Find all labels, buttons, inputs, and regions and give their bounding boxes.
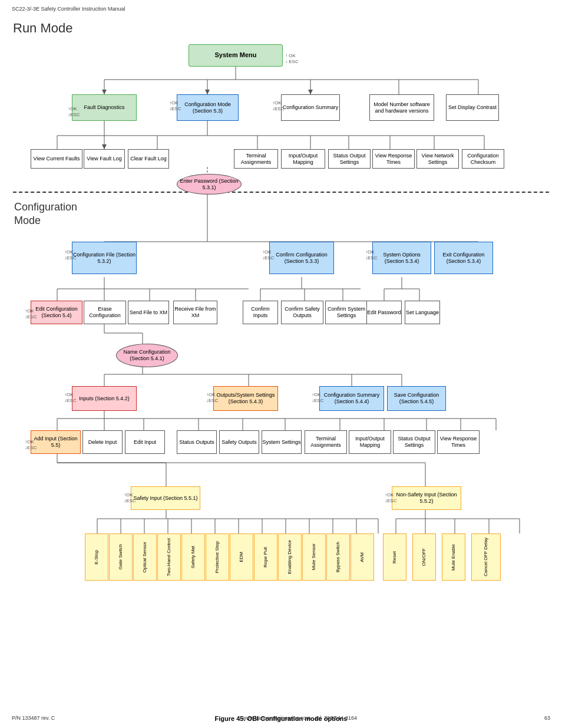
delete-input-box: Delete Input: [82, 430, 123, 454]
system-settings-box: System Settings: [262, 430, 302, 454]
config-mode-label: ConfigurationMode: [14, 200, 77, 228]
set-display-box: Set Display Contrast: [446, 94, 499, 121]
config-summary2-box: Configuration Summary (Section 5.4.4): [319, 386, 384, 411]
set-language-box: Set Language: [405, 301, 440, 324]
view-current-faults-box: View Current Faults: [31, 149, 82, 169]
two-hand-control-box: Two-Hand Control: [157, 533, 181, 581]
non-safety-input-box: Non-Safety Input (Section 5.5.2): [392, 486, 461, 510]
terminal-assign-box: Terminal Assignments: [234, 149, 278, 169]
config-file-box: Configuration File (Section 5.3.2): [72, 242, 137, 274]
confirm-inputs-box: Confirm Inputs: [243, 301, 278, 324]
view-network-box: View Network Settings: [416, 149, 459, 169]
cancel-off-delay-box: Cancel OFF Delay: [471, 533, 501, 581]
ok-esc-3: ↑OK↓ESC: [272, 100, 284, 113]
config-summary-box: Configuration Summary: [281, 94, 340, 121]
svg-marker-94: [308, 90, 313, 94]
footer: P/N 133487 rev. C www.bannerengineering.…: [12, 715, 550, 721]
terminal-assign2-box: Terminal Assignments: [305, 430, 347, 454]
edit-config-box: Edit Configuration (Section 5.4): [31, 301, 82, 324]
ok-esc-9: ↑OK↓ESC: [64, 392, 76, 404]
erase-config-box: Erase Configuration: [84, 301, 126, 324]
edit-input-box: Edit Input: [125, 430, 165, 454]
safety-mat-box: Safety Mat: [181, 533, 205, 581]
inputs-box: Inputs (Section 5.4.2): [72, 386, 137, 411]
config-checksum-box: Configuration Checksum: [462, 149, 504, 169]
mute-enable-box: Mute Enable: [442, 533, 465, 581]
run-mode-label: Run Mode: [13, 21, 73, 36]
ok-esc-13: ↑OK↓ESC: [124, 492, 135, 505]
ok-esc-11: ↑OK↓ESC: [312, 392, 323, 404]
ok-esc-14: ↑OK↓ESC: [385, 492, 396, 505]
status-output-box: Status Output Settings: [328, 149, 371, 169]
ok-esc-label-1: ↑ OK↓ ESC: [285, 53, 299, 65]
e-stop-box: E-Stop: [85, 533, 108, 581]
header-text: SC22-3/-3E Safety Controller Instruction…: [12, 6, 550, 12]
bypass-switch-box: Bypass Switch: [326, 533, 350, 581]
footer-right: 63: [544, 715, 550, 721]
ok-esc-8: ↑OK↓ESC: [25, 308, 37, 321]
view-response2-box: View Response Times: [437, 430, 480, 454]
on-off-box: ON/OFF: [412, 533, 436, 581]
system-menu-box: System Menu: [189, 44, 283, 67]
name-config-oval: Name Configuration (Section 5.4.1): [116, 344, 178, 367]
exit-config-box: Exit Configuration (Section 5.3.4): [434, 242, 493, 274]
ok-esc-7: ↑OK↓ESC: [365, 249, 377, 262]
config-mode-box: Configuration Mode (Section 5.3): [177, 94, 239, 121]
optical-sensor-box: Optical Sensor: [133, 533, 157, 581]
clear-fault-log-box: Clear Fault Log: [128, 149, 169, 169]
ok-esc-4: ↑OK↓ESC: [68, 106, 80, 118]
ok-esc-2: ↑OK↓ESC: [169, 100, 181, 113]
fault-diagnostics-box: Fault Diagnostics: [72, 94, 137, 121]
view-fault-log-box: View Fault Log: [84, 149, 125, 169]
model-number-box: Model Number software and hardware versi…: [369, 94, 434, 121]
confirm-safety-outputs-box: Confirm Safety Outputs: [281, 301, 323, 324]
edit-password-box: Edit Password: [366, 301, 402, 324]
ok-esc-12: ↑OK↓ESC: [25, 439, 37, 452]
ok-esc-10: ↑OK↓ESC: [206, 392, 218, 404]
footer-center: www.bannerengineering.com - tel: 763-544…: [242, 715, 357, 721]
io-mapping-box: Input/Output Mapping: [281, 149, 325, 169]
confirm-system-settings-box: Confirm System Settings: [325, 301, 368, 324]
gate-switch-box: Gate Switch: [109, 533, 133, 581]
edm-box: EDM: [230, 533, 253, 581]
protective-stop-box: Protective Stop: [206, 533, 229, 581]
status-output2-box: Status Output Settings: [393, 430, 435, 454]
safety-outputs-box: Safety Outputs: [219, 430, 259, 454]
rope-pull-box: Rope Pull: [254, 533, 277, 581]
save-config-box: Save Configuration (Section 5.4.5): [387, 386, 446, 411]
enabling-device-box: Enabling Device: [278, 533, 302, 581]
enter-password-oval: Enter Password (Section 5.3.1): [177, 174, 242, 195]
svg-marker-93: [205, 90, 210, 94]
dashed-separator: [13, 192, 549, 193]
receive-file-xm-box: Receive File from XM: [173, 301, 217, 324]
ok-esc-5: ↑OK↓ESC: [64, 249, 76, 262]
add-input-box: Add Input (Section 5.5): [31, 430, 81, 454]
outputs-system-box: Outputs/System Settings (Section 5.4.3): [213, 386, 278, 411]
status-outputs-box: Status Outputs: [177, 430, 217, 454]
reset-box: Reset: [383, 533, 406, 581]
safety-input-box: Safety Input (Section 5.5.1): [131, 486, 200, 510]
avm-box: AVM: [351, 533, 374, 581]
connectors-svg: [13, 21, 549, 699]
send-file-xm-box: Send File to XM: [128, 301, 169, 324]
view-response-box: View Response Times: [372, 149, 415, 169]
svg-marker-92: [102, 90, 107, 94]
footer-left: P/N 133487 rev. C: [12, 715, 55, 721]
confirm-config-box: Confirm Configuration (Section 5.3.3): [269, 242, 334, 274]
svg-marker-95: [102, 144, 107, 149]
io-mapping2-box: Input/Output Mapping: [349, 430, 391, 454]
system-options-box: System Options (Section 5.3.4): [372, 242, 431, 274]
ok-esc-6: ↑OK↓ESC: [262, 249, 274, 262]
mute-sensor-box: Mute Sensor: [302, 533, 326, 581]
